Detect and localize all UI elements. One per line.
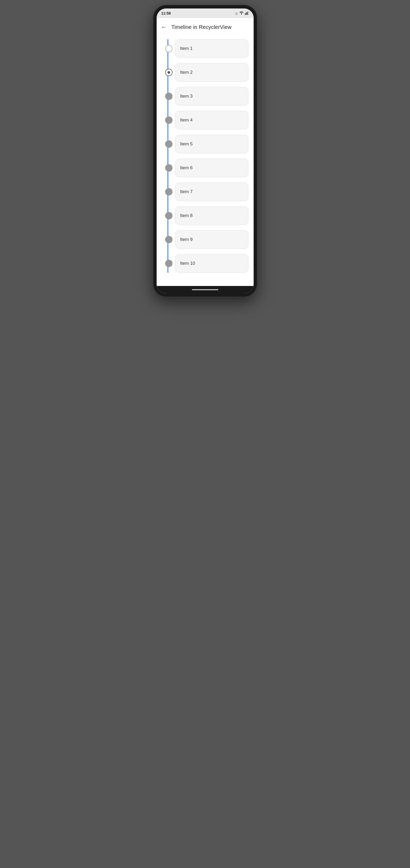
svg-point-0 [241,14,241,14]
smiley-icon: ☺ [235,11,238,16]
status-time: 11:58 [161,11,171,16]
timeline-dot [165,93,173,100]
back-arrow-icon: ← [161,24,167,31]
item-label: Item 6 [180,165,193,170]
timeline-dot [165,164,173,172]
timeline-dot [165,69,173,76]
item-card: Item 2 [175,63,248,82]
svg-rect-4 [248,11,249,15]
app-bar: ← Timeline in RecyclerView [157,18,253,35]
item-label: Item 8 [180,213,193,218]
item-card: Item 10 [175,254,248,273]
timeline-dot [165,212,173,219]
list-item[interactable]: Item 7 [175,183,248,201]
signal-icon [245,11,249,16]
list-item[interactable]: Item 9 [175,230,248,249]
item-card: Item 8 [175,207,248,225]
item-card: Item 4 [175,111,248,129]
list-item[interactable]: Item 10 [175,254,248,273]
status-icons: ☺ [235,11,249,16]
item-label: Item 4 [180,118,193,123]
timeline-dot [165,236,173,243]
item-card: Item 3 [175,87,248,105]
item-card: Item 6 [175,159,248,177]
item-label: Item 3 [180,94,193,99]
timeline-dot [165,260,173,267]
content-area[interactable]: Item 1 Item 2 Item 3 Item 4 Item 5 [157,35,253,286]
item-label: Item 2 [180,70,193,75]
list-item[interactable]: Item 2 [175,63,248,82]
list-item[interactable]: Item 4 [175,111,248,129]
item-label: Item 5 [180,142,193,147]
item-label: Item 9 [180,237,193,242]
home-indicator [192,289,218,290]
list-item[interactable]: Item 1 [175,39,248,58]
page-title: Timeline in RecyclerView [171,24,232,30]
svg-rect-2 [246,12,247,15]
list-item[interactable]: Item 6 [175,159,248,177]
back-button[interactable]: ← [159,22,169,32]
wifi-icon [239,11,244,16]
list-item[interactable]: Item 3 [175,87,248,105]
phone-screen: 11:58 ☺ [157,8,253,293]
svg-rect-3 [247,12,248,15]
timeline-dot [165,45,173,52]
item-label: Item 10 [180,261,195,266]
phone-frame: 11:58 ☺ [153,5,257,297]
timeline: Item 1 Item 2 Item 3 Item 4 Item 5 [162,39,248,273]
item-card: Item 9 [175,230,248,249]
timeline-dot [165,117,173,124]
item-card: Item 1 [175,39,248,58]
timeline-dot [165,188,173,195]
item-label: Item 7 [180,189,193,194]
list-item[interactable]: Item 8 [175,207,248,225]
status-bar: 11:58 ☺ [157,8,253,18]
svg-rect-1 [245,13,246,15]
timeline-dot [165,140,173,148]
item-card: Item 5 [175,135,248,153]
item-label: Item 1 [180,46,193,51]
item-card: Item 7 [175,183,248,201]
home-bar [157,286,253,293]
list-item[interactable]: Item 5 [175,135,248,153]
